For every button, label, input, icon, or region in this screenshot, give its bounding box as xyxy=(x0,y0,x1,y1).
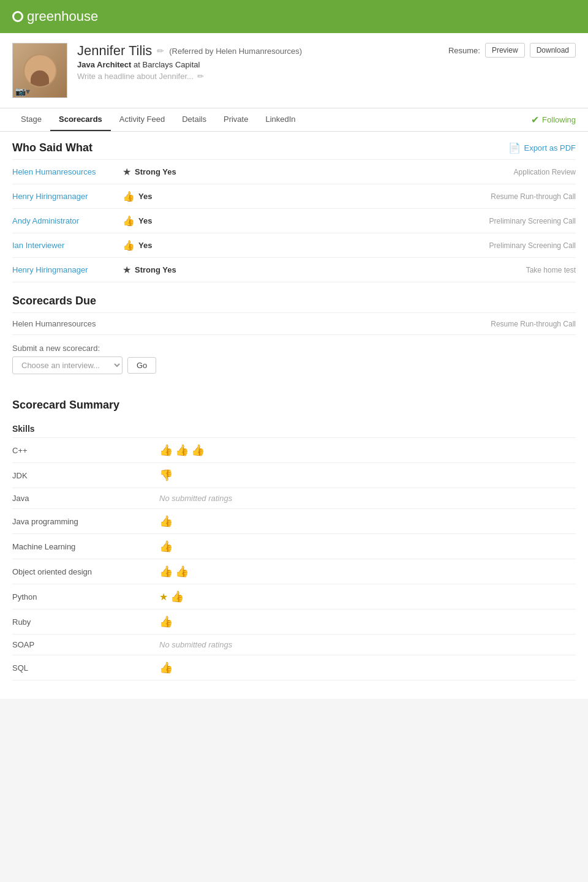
skill-name: Java xyxy=(12,494,159,503)
scorecard-summary-title: Scorecard Summary xyxy=(12,386,576,419)
skill-row: Java No submitted ratings xyxy=(12,488,576,509)
headline-row: Write a headline about Jennifer... ✏ xyxy=(77,72,439,81)
candidate-name: Jennifer Tilis xyxy=(77,43,152,59)
due-stage: Resume Run-through Call xyxy=(491,320,576,328)
scorecard-row: Helen Humanresources ★ Strong Yes Applic… xyxy=(12,160,576,184)
go-button[interactable]: Go xyxy=(127,357,156,374)
skill-row: JDK 👎 xyxy=(12,463,576,488)
verdict-text: Yes xyxy=(138,192,152,201)
star-gold-icon: ★ xyxy=(159,591,168,603)
stage-label: Preliminary Screening Call xyxy=(466,217,576,225)
tab-activity-feed[interactable]: Activity Feed xyxy=(111,108,173,131)
skill-name: JDK xyxy=(12,471,159,480)
stage-label: Take home test xyxy=(466,266,576,274)
following-check-icon: ✔ xyxy=(531,114,539,126)
thumb-up-icon: 👍 xyxy=(159,514,173,528)
export-pdf-label: Export as PDF xyxy=(524,143,576,153)
following-label: Following xyxy=(542,115,576,124)
submit-scorecard-label: Submit a new scorecard: xyxy=(12,344,576,353)
reviewer-name[interactable]: Andy Administrator xyxy=(12,216,123,225)
thumb-up-icon: 👍 xyxy=(170,590,184,603)
thumbs-up-icon: 👍 xyxy=(123,239,135,251)
preview-button[interactable]: Preview xyxy=(485,43,525,58)
scorecard-row: Andy Administrator 👍 Yes Preliminary Scr… xyxy=(12,209,576,233)
tab-private[interactable]: Private xyxy=(215,108,257,131)
who-said-what-header: Who Said What 📄 Export as PDF xyxy=(12,132,576,160)
verdict-text: Strong Yes xyxy=(135,167,176,176)
verdict: ★ Strong Yes xyxy=(123,264,466,276)
profile-section: 📷▾ Jennifer Tilis ✏ (Referred by Helen H… xyxy=(0,33,588,108)
thumb-up-icon: 👍 xyxy=(175,565,189,578)
export-pdf-link[interactable]: 📄 Export as PDF xyxy=(508,142,576,154)
name-edit-icon[interactable]: ✏ xyxy=(157,46,164,56)
company: at Barclays Capital xyxy=(134,60,200,69)
thumb-up-icon: 👍 xyxy=(159,565,173,578)
due-name: Helen Humanresources xyxy=(12,319,491,328)
no-ratings-text: No submitted ratings xyxy=(159,494,232,503)
no-ratings-text: No submitted ratings xyxy=(159,640,232,649)
following-button[interactable]: ✔ Following xyxy=(531,110,576,129)
thumb-up-icon: 👍 xyxy=(175,443,189,457)
job-title: Java Architect xyxy=(77,60,131,69)
camera-icon[interactable]: 📷▾ xyxy=(15,86,30,96)
stage-label: Preliminary Screening Call xyxy=(466,241,576,250)
skill-name: SOAP xyxy=(12,640,159,649)
skill-row: Object oriented design 👍 👍 xyxy=(12,559,576,584)
thumbs-up-icon: 👍 xyxy=(123,215,135,227)
skill-ratings: 👍 xyxy=(159,540,576,553)
thumb-up-icon: 👍 xyxy=(159,615,173,628)
headline-placeholder: Write a headline about Jennifer... xyxy=(77,72,194,81)
logo-text: greenhouse xyxy=(27,9,98,24)
stage-label: Application Review xyxy=(466,168,576,176)
tab-linkedin[interactable]: LinkedIn xyxy=(257,108,304,131)
verdict: 👍 Yes xyxy=(123,239,466,251)
tabs: Stage Scorecards Activity Feed Details P… xyxy=(0,108,588,132)
star-icon: ★ xyxy=(123,166,131,178)
thumb-up-icon: 👍 xyxy=(159,661,173,674)
interview-select[interactable]: Choose an interview... xyxy=(12,356,123,374)
verdict: 👍 Yes xyxy=(123,190,466,202)
skill-ratings: 👎 xyxy=(159,469,576,482)
skill-ratings: 👍 👍 xyxy=(159,565,576,578)
thumbs-up-icon: 👍 xyxy=(123,190,135,202)
skill-name: Java programming xyxy=(12,517,159,526)
reviewer-name[interactable]: Henry Hiringmanager xyxy=(12,265,123,274)
main-content: Who Said What 📄 Export as PDF Helen Huma… xyxy=(0,132,588,699)
due-row: Helen Humanresources Resume Run-through … xyxy=(12,313,576,335)
star-icon: ★ xyxy=(123,264,131,276)
scorecard-row: Henry Hiringmanager ★ Strong Yes Take ho… xyxy=(12,258,576,282)
logo-circle xyxy=(12,11,23,22)
tab-scorecards[interactable]: Scorecards xyxy=(50,108,111,131)
skill-ratings: 👍 xyxy=(159,661,576,674)
pdf-icon: 📄 xyxy=(508,142,521,154)
tab-stage[interactable]: Stage xyxy=(12,108,50,131)
avatar: 📷▾ xyxy=(12,43,67,98)
skill-row: Ruby 👍 xyxy=(12,609,576,635)
referred-by: (Referred by Helen Humanresources) xyxy=(169,47,302,56)
reviewer-name[interactable]: Helen Humanresources xyxy=(12,167,123,176)
skill-row: SQL 👍 xyxy=(12,655,576,680)
skill-name: SQL xyxy=(12,663,159,673)
skills-list: C++ 👍 👍 👍 JDK 👎 Java No submitted rating… xyxy=(12,438,576,680)
verdict-text: Yes xyxy=(138,241,152,250)
reviewer-name[interactable]: Henry Hiringmanager xyxy=(12,192,123,201)
download-button[interactable]: Download xyxy=(530,43,576,58)
reviewer-name[interactable]: Ian Interviewer xyxy=(12,241,123,250)
skill-ratings: ★ 👍 xyxy=(159,590,576,603)
header: greenhouse xyxy=(0,0,588,33)
skill-ratings: 👍 xyxy=(159,514,576,528)
headline-edit-icon[interactable]: ✏ xyxy=(197,72,204,81)
skill-row: SOAP No submitted ratings xyxy=(12,635,576,655)
profile-info: Jennifer Tilis ✏ (Referred by Helen Huma… xyxy=(77,43,439,81)
skill-name: Ruby xyxy=(12,617,159,627)
skill-row: Java programming 👍 xyxy=(12,509,576,534)
scorecard-row: Ian Interviewer 👍 Yes Preliminary Screen… xyxy=(12,233,576,258)
verdict-text: Strong Yes xyxy=(135,265,176,274)
skills-label: Skills xyxy=(12,419,576,438)
scorecards-due-title: Scorecards Due xyxy=(12,282,576,313)
tab-details[interactable]: Details xyxy=(173,108,215,131)
stage-label: Resume Run-through Call xyxy=(466,192,576,201)
thumb-up-icon: 👍 xyxy=(159,540,173,553)
who-said-what-list: Helen Humanresources ★ Strong Yes Applic… xyxy=(12,160,576,282)
submit-row: Choose an interview... Go xyxy=(12,356,576,374)
